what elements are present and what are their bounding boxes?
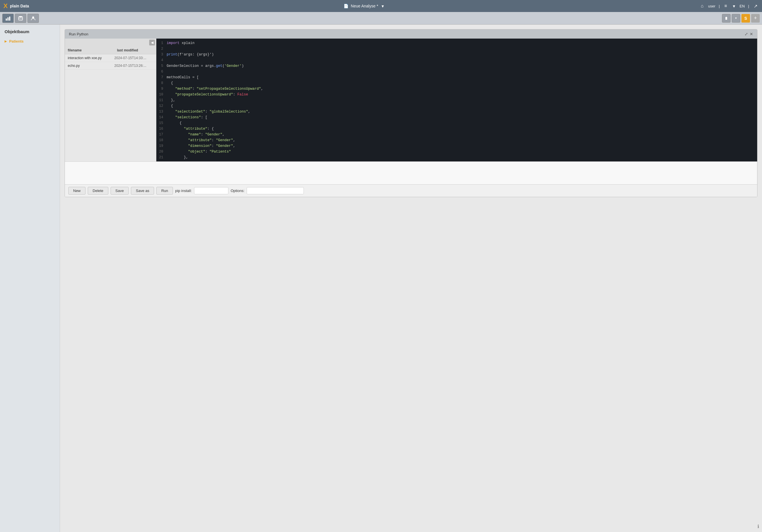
code-line: 15 { <box>156 121 757 127</box>
code-line: 4 <box>156 58 757 64</box>
plain-token: }, <box>167 98 175 102</box>
line-number: 11 <box>156 98 167 102</box>
line-code: "object": "Patients" <box>167 150 231 154</box>
code-line: 22 "selectedStates": [ <box>156 161 757 162</box>
toolbar-left <box>2 14 39 23</box>
line-code: "name": "Gender", <box>167 133 225 137</box>
code-line: 20 "object": "Patients" <box>156 150 757 155</box>
line-number: 2 <box>156 47 167 51</box>
info-icon[interactable]: ℹ <box>757 524 759 529</box>
filename-col-header: filename <box>65 46 114 54</box>
line-number: 17 <box>156 133 167 137</box>
home-icon[interactable]: ⌂ <box>700 2 705 10</box>
logo-x-icon: X <box>3 2 8 10</box>
code-line: 9 "method": "setPropagateSelectionsUpwar… <box>156 87 757 92</box>
file-row[interactable]: interaction with xoe.py 2024-07-15T14:33… <box>65 54 156 62</box>
kw-token: import <box>167 41 180 45</box>
new-button[interactable]: New <box>68 187 86 195</box>
sidebar-title: Objektbaum <box>0 27 60 37</box>
str-token: "setPropagateSelectionsUpward" <box>197 87 261 91</box>
plain-token: : { <box>207 127 214 131</box>
lang-label: EN <box>740 4 745 8</box>
line-number: 9 <box>156 87 167 91</box>
code-editor[interactable]: 1import xplain2 3print(f'args: {args}')4… <box>156 38 757 162</box>
code-line: 16 "attribute": { <box>156 127 757 132</box>
logo-text: plain Data <box>10 4 29 8</box>
options-input[interactable] <box>247 187 304 194</box>
file-name: interaction with xoe.py <box>68 56 114 60</box>
plain-token: : <box>212 138 216 142</box>
line-number: 6 <box>156 70 167 74</box>
chart-toolbar-button[interactable] <box>2 14 14 23</box>
plain-token: xplain <box>180 41 194 45</box>
dropdown-toolbar-button[interactable]: ▾ <box>732 14 740 23</box>
code-line: 3print(f'args: {args}') <box>156 52 757 58</box>
separator2: | <box>748 4 749 8</box>
toolbar-right: ▾ S + <box>722 14 760 23</box>
external-link-icon[interactable]: ↗ <box>753 2 759 10</box>
line-code: "attribute": "Gender", <box>167 138 235 142</box>
delete-button[interactable]: Delete <box>88 187 108 195</box>
code-line: 17 "name": "Gender", <box>156 132 757 138</box>
person-toolbar-button[interactable] <box>28 14 39 23</box>
code-line: 5GenderSelection = args.get('Gender') <box>156 64 757 69</box>
header-right: ⌂ user | ≡ ▾ EN | ↗ <box>700 2 759 10</box>
line-number: 3 <box>156 53 167 57</box>
line-number: 14 <box>156 115 167 119</box>
list-icon[interactable]: ≡ <box>723 2 728 10</box>
expand-icon[interactable]: ⤢ <box>744 32 748 36</box>
fn-token: print <box>167 53 178 57</box>
save-button[interactable]: Save <box>111 187 129 195</box>
plain-token: { <box>167 121 182 125</box>
output-area <box>65 162 757 184</box>
separator: | <box>719 4 720 8</box>
line-number: 10 <box>156 93 167 97</box>
file-row[interactable]: echo.py 2024-07-15T13:26:... <box>65 62 156 70</box>
pip-install-input[interactable] <box>194 187 228 194</box>
line-code <box>167 47 169 51</box>
line-number: 19 <box>156 144 167 148</box>
close-panel-button[interactable]: ✕ <box>750 32 753 36</box>
user-label: user <box>708 4 716 8</box>
panel-footer: New Delete Save Save as Run pip install:… <box>65 184 757 197</box>
panel-header-icons: ⤢ ✕ <box>744 32 753 36</box>
str-token: "method" <box>175 87 192 91</box>
str-token: "attribute" <box>188 138 212 142</box>
header-center: 📄 Neue Analyse * ▾ <box>343 2 385 10</box>
code-line: 11 }, <box>156 98 757 104</box>
run-button[interactable]: Run <box>156 187 173 195</box>
pip-install-label: pip install: <box>175 189 192 193</box>
str-token: "propagateSelectionsUpward" <box>175 93 233 97</box>
str-token: "Gender" <box>205 133 222 137</box>
line-number: 21 <box>156 156 167 160</box>
plus-toolbar-button[interactable]: + <box>751 14 760 23</box>
line-code <box>167 70 169 74</box>
save-as-button[interactable]: Save as <box>131 187 154 195</box>
analysis-dropdown-button[interactable]: ▾ <box>380 2 385 10</box>
plain-token: }, <box>167 156 188 160</box>
line-code: GenderSelection = args.get('Gender') <box>167 64 244 68</box>
line-number: 15 <box>156 121 167 125</box>
line-number: 4 <box>156 58 167 62</box>
main-layout: Objektbaum ▶ Patients Run Python ⤢ ✕ ◀ <box>0 25 762 532</box>
collapse-file-list-button[interactable]: ◀ <box>149 40 155 45</box>
s-toolbar-button[interactable]: S <box>741 14 750 23</box>
str-token: "Gender" <box>216 144 233 148</box>
last-modified-col-header: last modified <box>114 46 156 54</box>
delete-toolbar-button[interactable] <box>722 14 730 23</box>
plain-token <box>167 161 184 162</box>
line-code: "selectionSet": "globalSelections", <box>167 110 250 114</box>
line-number: 12 <box>156 104 167 108</box>
plain-token: (f'args: {args}') <box>178 53 214 57</box>
code-line: 12 { <box>156 104 757 109</box>
str-token: "name" <box>188 133 201 137</box>
logo: X plain Data <box>3 2 29 10</box>
code-line: 2 <box>156 46 757 52</box>
dropdown-icon[interactable]: ▾ <box>732 2 736 10</box>
sidebar-item-patients[interactable]: ▶ Patients <box>0 37 60 45</box>
plain-token: : [ <box>201 115 207 119</box>
plain-token: , <box>233 138 236 142</box>
line-number: 5 <box>156 64 167 68</box>
database-toolbar-button[interactable] <box>15 14 26 23</box>
fn-token: get <box>216 64 223 68</box>
